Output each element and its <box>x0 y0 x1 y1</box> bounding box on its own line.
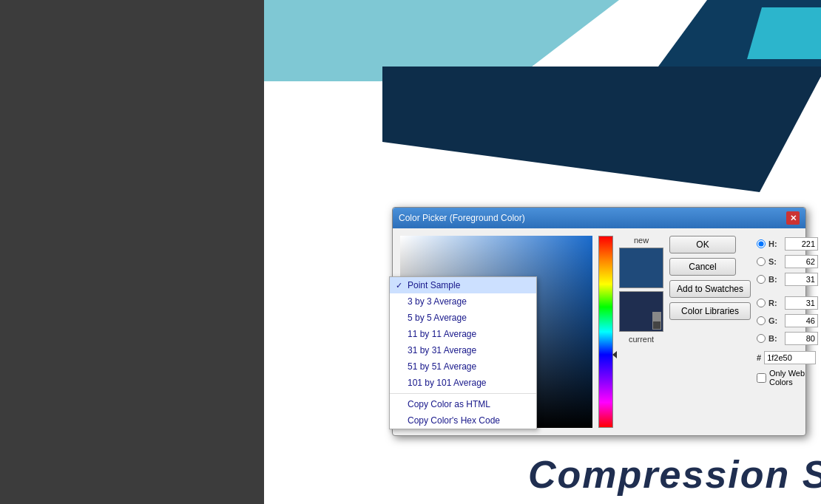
color-libraries-button[interactable]: Color Libraries <box>669 302 751 320</box>
field-row-B: B: % <box>757 271 821 287</box>
hex-row: # <box>757 351 821 364</box>
radio-H[interactable] <box>757 239 766 248</box>
label-Bval: B: <box>768 334 782 343</box>
context-menu-item-101x101[interactable]: 101 by 101 Average <box>390 375 536 391</box>
radio-S[interactable] <box>757 257 766 266</box>
hue-indicator <box>612 351 617 358</box>
input-S[interactable] <box>785 255 818 268</box>
cancel-button[interactable]: Cancel <box>669 258 736 276</box>
context-menu-item-point-sample[interactable]: Point Sample <box>390 277 536 293</box>
separator-1 <box>757 289 821 293</box>
bottom-text: Compression Spri <box>528 452 821 497</box>
dialog-close-button[interactable]: ✕ <box>786 211 800 225</box>
label-S: S: <box>768 257 782 266</box>
context-menu: Point Sample 3 by 3 Average 5 by 5 Avera… <box>389 276 537 429</box>
hex-symbol: # <box>757 353 761 362</box>
add-to-swatches-button[interactable]: Add to Swatches <box>669 280 751 298</box>
context-menu-item-31x31[interactable]: 31 by 31 Average <box>390 342 536 358</box>
field-row-S: S: % <box>757 253 821 270</box>
dialog-title: Color Picker (Foreground Color) <box>399 213 525 223</box>
swatch-new-label: new <box>634 236 649 245</box>
swatch-current-color <box>619 291 663 332</box>
label-B: B: <box>768 275 782 284</box>
context-menu-item-51x51[interactable]: 51 by 51 Average <box>390 358 536 375</box>
ok-button[interactable]: OK <box>669 236 736 253</box>
context-menu-item-copy-hex[interactable]: Copy Color's Hex Code <box>390 412 536 429</box>
dialog-body: Point Sample 3 by 3 Average 5 by 5 Avera… <box>393 228 805 435</box>
label-R: R: <box>768 299 782 307</box>
hue-bar-container <box>598 236 613 428</box>
hex-input[interactable] <box>764 351 816 364</box>
swatch-current-label: current <box>629 335 654 344</box>
context-menu-item-3x3[interactable]: 3 by 3 Average <box>390 293 536 310</box>
swatch-pip-top <box>652 312 661 321</box>
input-R[interactable] <box>785 296 818 310</box>
input-Bval[interactable] <box>785 332 818 345</box>
input-H[interactable] <box>785 237 818 251</box>
field-row-G: G: <box>757 313 821 329</box>
only-web-colors-label: Only Web Colors <box>769 369 821 386</box>
label-G: G: <box>768 316 782 325</box>
context-menu-item-copy-html[interactable]: Copy Color as HTML <box>390 396 536 412</box>
radio-Bval[interactable] <box>757 334 766 343</box>
dialog-titlebar: Color Picker (Foreground Color) ✕ <box>393 208 805 228</box>
dialog-window: Color Picker (Foreground Color) ✕ Point … <box>392 207 806 436</box>
color-fields: H: ° S: % B: % <box>757 236 821 386</box>
input-B[interactable] <box>785 273 818 286</box>
context-menu-item-5x5[interactable]: 5 by 5 Average <box>390 310 536 326</box>
field-row-Bval: B: <box>757 330 821 347</box>
only-web-colors-row: Only Web Colors <box>757 369 821 386</box>
radio-G[interactable] <box>757 316 766 325</box>
swatch-pip-bottom <box>652 321 661 330</box>
input-G[interactable] <box>785 314 818 327</box>
radio-R[interactable] <box>757 299 766 307</box>
context-menu-item-11x11[interactable]: 11 by 11 Average <box>390 326 536 342</box>
field-row-R: R: <box>757 295 821 311</box>
color-picker-dialog: Color Picker (Foreground Color) ✕ Point … <box>392 207 806 436</box>
swatch-section: new current <box>619 236 663 344</box>
hue-bar[interactable] <box>598 236 613 428</box>
label-H: H: <box>768 239 782 248</box>
only-web-colors-checkbox[interactable] <box>757 373 766 383</box>
swatch-new-color <box>619 248 663 288</box>
field-row-H: H: ° <box>757 236 821 252</box>
context-menu-separator <box>390 393 536 394</box>
action-buttons: OK Cancel Add to Swatches Color Librarie… <box>669 236 751 320</box>
radio-B[interactable] <box>757 275 766 284</box>
shape-dark-blue-large <box>382 67 821 192</box>
